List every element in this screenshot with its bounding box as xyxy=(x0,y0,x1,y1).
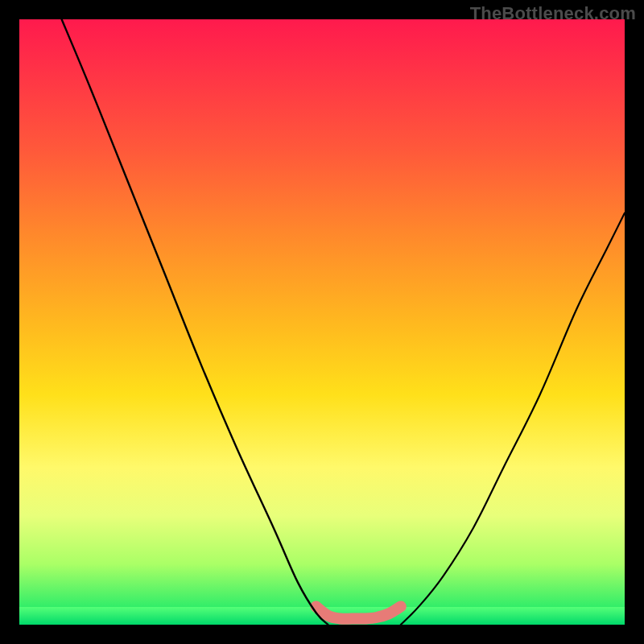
curves-svg xyxy=(19,19,625,625)
valley-marker-path xyxy=(316,606,401,618)
chart-stage: TheBottleneck.com xyxy=(0,0,644,644)
right-curve-path xyxy=(401,213,625,625)
left-curve-path xyxy=(62,19,328,625)
plot-area xyxy=(19,19,625,625)
